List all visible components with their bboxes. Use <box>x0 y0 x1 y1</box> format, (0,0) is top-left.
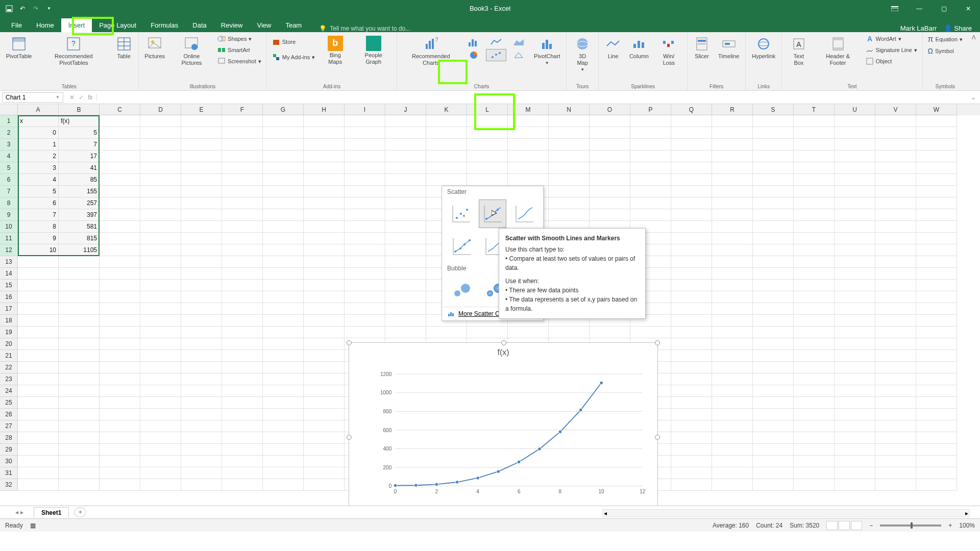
cell[interactable] <box>916 244 957 256</box>
cell[interactable] <box>304 197 345 209</box>
cell[interactable] <box>304 373 345 385</box>
row-header[interactable]: 2 <box>0 127 18 139</box>
cell[interactable] <box>712 291 753 303</box>
plot-area[interactable]: 020040060080010001200024681012 <box>377 363 647 506</box>
cell[interactable] <box>753 174 794 186</box>
cell[interactable] <box>385 268 426 280</box>
cell[interactable] <box>59 280 100 291</box>
cell[interactable] <box>18 373 59 385</box>
cell[interactable] <box>304 303 345 315</box>
qat-dropdown-icon[interactable]: ▼ <box>44 4 54 14</box>
cell[interactable] <box>222 197 263 209</box>
cell[interactable] <box>263 186 304 197</box>
cell[interactable] <box>222 221 263 233</box>
resize-handle[interactable] <box>347 435 352 440</box>
cell[interactable] <box>100 362 140 373</box>
cell[interactable] <box>630 186 671 197</box>
cell[interactable] <box>385 256 426 268</box>
cell[interactable] <box>794 315 835 327</box>
cell[interactable] <box>345 221 385 233</box>
cell[interactable] <box>916 209 957 221</box>
cell[interactable] <box>222 479 263 491</box>
cell[interactable] <box>181 139 222 151</box>
cell[interactable] <box>753 432 794 444</box>
cell[interactable] <box>18 256 59 268</box>
cell[interactable] <box>263 221 304 233</box>
row-header[interactable]: 11 <box>0 233 18 244</box>
cell[interactable] <box>181 268 222 280</box>
cell[interactable] <box>18 350 59 362</box>
tab-home[interactable]: Home <box>29 18 61 32</box>
cell[interactable] <box>794 338 835 350</box>
cell[interactable] <box>508 174 549 186</box>
cell[interactable] <box>59 444 100 456</box>
equation-button[interactable]: πEquation ▾ <box>926 34 965 45</box>
cell[interactable] <box>18 291 59 303</box>
cell[interactable] <box>304 338 345 350</box>
cell[interactable] <box>181 362 222 373</box>
3d-map-button[interactable]: 3D Map▼ <box>570 34 595 74</box>
cell[interactable] <box>385 244 426 256</box>
cell[interactable] <box>549 162 590 174</box>
cell[interactable] <box>753 456 794 467</box>
undo-icon[interactable]: ↶ <box>17 4 28 14</box>
cell[interactable] <box>549 186 590 197</box>
row-header[interactable]: 10 <box>0 221 18 233</box>
cell[interactable] <box>875 444 916 456</box>
cell[interactable] <box>181 420 222 432</box>
cell[interactable] <box>875 479 916 491</box>
cell[interactable] <box>385 139 426 151</box>
cell[interactable] <box>181 256 222 268</box>
cell[interactable] <box>263 432 304 444</box>
cell[interactable] <box>875 209 916 221</box>
spark-column-button[interactable]: Column <box>626 34 651 62</box>
cell[interactable] <box>59 397 100 409</box>
cell[interactable] <box>304 479 345 491</box>
cell[interactable] <box>794 291 835 303</box>
cell[interactable] <box>794 174 835 186</box>
cell[interactable] <box>671 280 712 291</box>
cell[interactable] <box>181 162 222 174</box>
cell[interactable] <box>875 315 916 327</box>
cell[interactable] <box>263 268 304 280</box>
cell[interactable] <box>590 209 630 221</box>
cell[interactable] <box>916 291 957 303</box>
cell[interactable] <box>140 327 181 338</box>
cell[interactable] <box>385 186 426 197</box>
cell[interactable] <box>140 338 181 350</box>
scatter-markers-option[interactable] <box>447 199 475 228</box>
cell[interactable] <box>753 327 794 338</box>
cell[interactable] <box>916 162 957 174</box>
cell[interactable]: 10 <box>18 244 59 256</box>
tab-insert[interactable]: Insert <box>61 18 92 32</box>
cell[interactable] <box>916 327 957 338</box>
cell[interactable] <box>181 467 222 479</box>
shapes-button[interactable]: Shapes ▾ <box>215 34 263 44</box>
cell[interactable] <box>875 327 916 338</box>
row-header[interactable]: 30 <box>0 456 18 467</box>
cell[interactable] <box>222 397 263 409</box>
cell[interactable] <box>140 362 181 373</box>
row-header[interactable]: 19 <box>0 327 18 338</box>
cell[interactable] <box>100 127 140 139</box>
cell[interactable] <box>140 162 181 174</box>
cell[interactable] <box>794 303 835 315</box>
cell[interactable] <box>100 162 140 174</box>
cell[interactable] <box>712 315 753 327</box>
cell[interactable] <box>712 479 753 491</box>
cell[interactable] <box>875 420 916 432</box>
cell[interactable] <box>140 151 181 162</box>
cell[interactable] <box>304 467 345 479</box>
cell[interactable] <box>835 233 875 244</box>
cell[interactable] <box>263 409 304 420</box>
timeline-button[interactable]: Timeline <box>715 34 742 62</box>
cell[interactable] <box>181 397 222 409</box>
name-box[interactable]: Chart 1▼ <box>2 92 63 103</box>
cell[interactable] <box>671 409 712 420</box>
cell[interactable] <box>712 303 753 315</box>
cell[interactable] <box>263 162 304 174</box>
cell[interactable] <box>794 115 835 127</box>
cell[interactable] <box>712 209 753 221</box>
cell[interactable] <box>100 385 140 397</box>
cell[interactable] <box>18 432 59 444</box>
